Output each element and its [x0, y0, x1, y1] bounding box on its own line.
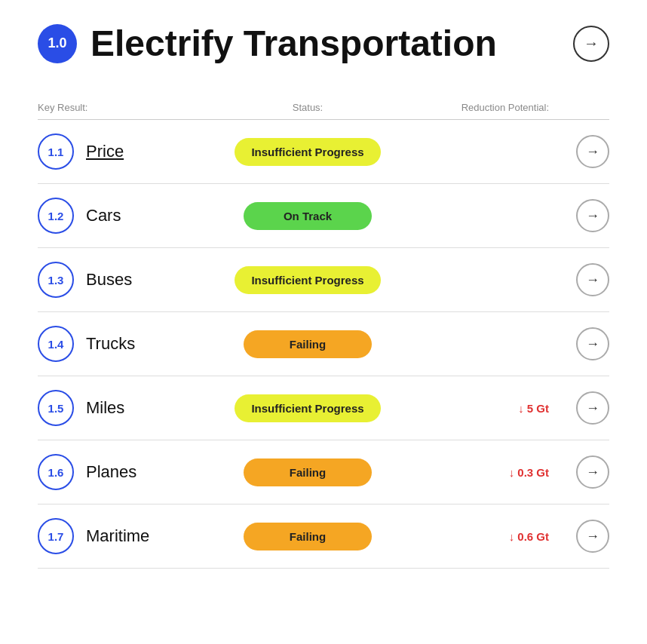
row-reduction-cell: ↓ 0.6 Gt — [398, 530, 549, 543]
row-key-cell: 1.7Maritime — [38, 518, 217, 554]
row-arrow-icon: → — [586, 144, 599, 160]
row-action-cell: → — [549, 263, 609, 296]
row-arrow-icon: → — [586, 465, 599, 480]
table-row: 1.1PriceInsufficient Progress→ — [38, 120, 609, 184]
row-reduction-cell: ↓ 0.3 Gt — [398, 466, 549, 479]
row-action-cell: → — [549, 520, 609, 553]
row-key-cell: 1.2Cars — [38, 198, 217, 234]
rows-container: 1.1PriceInsufficient Progress→1.2CarsOn … — [38, 120, 609, 569]
status-badge: Failing — [244, 523, 372, 550]
col-status: Status: — [217, 102, 398, 113]
row-label: Buses — [86, 270, 132, 290]
row-status-cell: Failing — [217, 458, 398, 486]
status-badge: Failing — [244, 330, 372, 358]
row-key-cell: 1.3Buses — [38, 262, 217, 298]
reduction-value: ↓ 5 Gt — [518, 402, 549, 415]
header-arrow-button[interactable]: → — [573, 26, 609, 62]
row-arrow-icon: → — [586, 272, 599, 288]
row-action-cell: → — [549, 455, 609, 489]
col-key-result: Key Result: — [38, 102, 217, 113]
row-label: Cars — [86, 206, 121, 225]
status-badge: Failing — [244, 458, 372, 486]
status-badge: Insufficient Progress — [235, 394, 380, 422]
row-arrow-icon: → — [586, 208, 599, 224]
table-row: 1.2CarsOn Track→ — [38, 184, 609, 248]
row-badge: 1.7 — [38, 518, 74, 554]
row-arrow-icon: → — [586, 400, 599, 416]
row-label: Price — [86, 142, 124, 161]
row-arrow-icon: → — [586, 529, 599, 544]
row-label: Miles — [86, 398, 124, 418]
row-status-cell: Insufficient Progress — [217, 394, 398, 422]
row-status-cell: Insufficient Progress — [217, 266, 398, 294]
row-action-cell: → — [549, 199, 609, 232]
reduction-value: ↓ 0.6 Gt — [509, 530, 549, 543]
row-badge: 1.5 — [38, 390, 74, 426]
row-label: Maritime — [86, 526, 149, 546]
status-badge: Insufficient Progress — [235, 266, 380, 294]
row-arrow-button[interactable]: → — [576, 520, 609, 553]
page-title: Electrify Transportation — [90, 23, 560, 64]
header-arrow-icon: → — [584, 35, 599, 52]
row-arrow-button[interactable]: → — [576, 199, 609, 232]
row-arrow-button[interactable]: → — [576, 263, 609, 296]
row-key-cell: 1.6Planes — [38, 454, 217, 490]
table-row: 1.4TrucksFailing→ — [38, 312, 609, 376]
row-key-cell: 1.5Miles — [38, 390, 217, 426]
status-badge: Insufficient Progress — [235, 138, 380, 166]
row-action-cell: → — [549, 327, 609, 360]
row-arrow-button[interactable]: → — [576, 391, 609, 425]
row-badge: 1.2 — [38, 198, 74, 234]
row-label: Planes — [86, 462, 136, 482]
table-row: 1.7MaritimeFailing↓ 0.6 Gt→ — [38, 504, 609, 569]
row-badge: 1.4 — [38, 326, 74, 362]
status-badge: On Track — [244, 202, 372, 230]
table-row: 1.5MilesInsufficient Progress↓ 5 Gt→ — [38, 376, 609, 440]
header-badge: 1.0 — [38, 24, 77, 63]
row-key-cell: 1.1Price — [38, 133, 217, 170]
row-action-cell: → — [549, 391, 609, 425]
row-status-cell: Insufficient Progress — [217, 138, 398, 166]
row-badge: 1.1 — [38, 133, 74, 170]
row-badge: 1.6 — [38, 454, 74, 490]
reduction-value: ↓ 0.3 Gt — [509, 466, 549, 479]
page-header: 1.0 Electrify Transportation → — [38, 23, 609, 72]
row-status-cell: On Track — [217, 202, 398, 230]
row-status-cell: Failing — [217, 523, 398, 550]
row-badge: 1.3 — [38, 262, 74, 298]
col-reduction: Reduction Potential: — [398, 102, 549, 113]
table-row: 1.3BusesInsufficient Progress→ — [38, 248, 609, 312]
row-action-cell: → — [549, 135, 609, 168]
row-key-cell: 1.4Trucks — [38, 326, 217, 362]
column-headers: Key Result: Status: Reduction Potential: — [38, 102, 609, 120]
row-reduction-cell: ↓ 5 Gt — [398, 402, 549, 415]
row-arrow-button[interactable]: → — [576, 135, 609, 168]
row-label: Trucks — [86, 334, 135, 354]
row-arrow-icon: → — [586, 336, 599, 352]
row-status-cell: Failing — [217, 330, 398, 358]
table-row: 1.6PlanesFailing↓ 0.3 Gt→ — [38, 440, 609, 504]
row-arrow-button[interactable]: → — [576, 455, 609, 489]
row-arrow-button[interactable]: → — [576, 327, 609, 360]
